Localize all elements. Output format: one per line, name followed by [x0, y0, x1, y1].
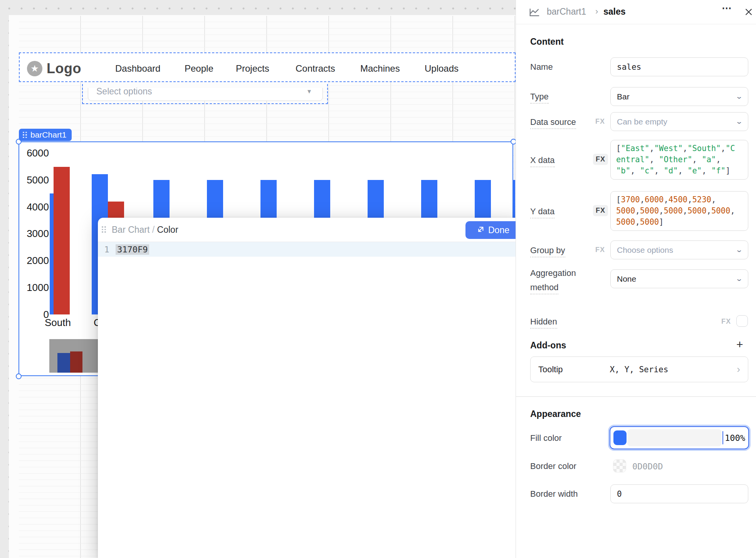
widget-name-tag[interactable]: barChart1	[19, 129, 72, 141]
border-width-input[interactable]: 0	[610, 484, 748, 503]
nav-item-uploads[interactable]: Uploads	[425, 63, 459, 74]
aggregation-label: Aggregation method	[530, 268, 576, 292]
nav-item-machines[interactable]: Machines	[360, 63, 400, 74]
border-color-swatch[interactable]	[613, 459, 626, 472]
nav-item-contracts[interactable]: Contracts	[296, 63, 335, 74]
breadcrumb-component[interactable]: barChart1	[547, 7, 586, 17]
breadcrumb-chevron: ›	[595, 7, 598, 17]
x-data-label: X data	[530, 155, 555, 165]
x-data-fx-toggle[interactable]: FX	[593, 154, 608, 165]
tooltip-label: Tooltip	[538, 365, 563, 375]
name-value: sales	[617, 62, 641, 72]
color-code-editor: Bar Chart / Color Done 1 3170F9	[98, 218, 523, 558]
y-data-label: Y data	[530, 207, 554, 217]
hidden-fx-toggle[interactable]: FX	[721, 318, 731, 326]
x-data-code-input[interactable]: ["East","West","South","C entral", "Othe…	[610, 140, 748, 180]
data-source-fx-toggle[interactable]: FX	[595, 118, 605, 126]
fill-color-opacity: 100%	[725, 433, 745, 443]
section-divider	[516, 396, 756, 397]
widget-name-label: barChart1	[30, 130, 66, 140]
add-addon-button[interactable]: +	[736, 338, 743, 351]
nav-item-projects[interactable]: Projects	[236, 63, 269, 74]
line-number: 1	[98, 245, 116, 254]
chevron-down-icon: ⌄	[735, 92, 743, 101]
group-by-fx-toggle[interactable]: FX	[595, 246, 605, 254]
inspector-header: barChart1 › sales ⋯	[516, 0, 756, 24]
x-data-line: entral", "Other", "a",	[616, 154, 743, 165]
code-value[interactable]: 3170F9	[116, 244, 149, 255]
type-value: Bar	[617, 92, 630, 101]
nav-header-container[interactable]: ★ Logo Dashboard People Projects Contrac…	[19, 52, 516, 82]
border-width-label: Border width	[530, 489, 578, 499]
data-source-placeholder: Can be empty	[617, 117, 667, 126]
editor-breadcrumb: Bar Chart	[112, 225, 150, 235]
y-data-line: 5000,5000,5000,5000,5000,	[616, 205, 743, 217]
logo-icon: ★	[27, 61, 42, 76]
chart-line-icon	[529, 7, 540, 18]
editor-breadcrumb-separator: /	[152, 225, 155, 235]
done-button[interactable]: Done	[465, 221, 520, 239]
y-data-line: [3700,6000,4500,5230,	[616, 194, 743, 205]
tooltip-addon-row[interactable]: Tooltip X, Y, Series ›	[530, 356, 748, 382]
fill-color-swatch[interactable]	[613, 430, 627, 445]
drag-handle-icon	[23, 132, 27, 138]
border-color-label: Border color	[530, 461, 576, 471]
nav-item-dashboard[interactable]: Dashboard	[115, 63, 160, 74]
content-section-heading: Content	[530, 37, 564, 47]
hidden-label: Hidden	[530, 317, 557, 327]
hidden-checkbox[interactable]	[736, 315, 748, 327]
collapse-arrow-icon	[476, 226, 484, 234]
nav-item-people[interactable]: People	[185, 63, 213, 74]
y-data-code-input[interactable]: [3700,6000,4500,5230, 5000,5000,5000,500…	[610, 191, 748, 231]
more-options-icon[interactable]: ⋯	[722, 2, 732, 14]
tooltip-value: X, Y, Series	[610, 365, 669, 374]
y-data-line: 5000,5000]	[616, 217, 743, 228]
appearance-heading: Appearance	[530, 409, 581, 419]
name-input[interactable]: sales	[610, 57, 748, 76]
logo-label: Logo	[47, 61, 81, 77]
border-color-value[interactable]: 0D0D0D	[632, 462, 663, 471]
app-builder-window: 6000500040003000200010000 SouthCentralOt…	[0, 0, 756, 558]
data-source-dropdown[interactable]: Can be empty ⌄	[610, 112, 748, 131]
x-data-line: ["East","West","South","C	[616, 143, 743, 154]
chevron-down-icon: ⌄	[735, 246, 743, 254]
editor-drag-handle-icon[interactable]	[102, 226, 106, 233]
name-label: Name	[530, 62, 553, 72]
fill-color-hex-field[interactable]	[627, 429, 722, 446]
breadcrumb-property: sales	[603, 7, 626, 17]
editor-active-line[interactable]: 1 3170F9	[98, 242, 523, 257]
fill-color-input[interactable]: 100%	[610, 426, 749, 449]
editor-header[interactable]: Bar Chart / Color Done	[98, 218, 523, 242]
border-width-value: 0	[617, 489, 622, 499]
data-source-label: Data source	[530, 117, 576, 127]
group-by-label: Group by	[530, 245, 565, 255]
inspector-panel: barChart1 › sales ⋯ Content Name sales T…	[516, 0, 756, 558]
addons-heading: Add-ons	[530, 340, 566, 351]
type-dropdown[interactable]: Bar ⌄	[610, 87, 748, 106]
done-button-label: Done	[488, 225, 509, 235]
type-label: Type	[530, 92, 549, 102]
chevron-down-icon: ⌄	[735, 118, 743, 126]
aggregation-value: None	[617, 274, 636, 284]
chevron-down-icon: ⌄	[735, 275, 743, 283]
y-data-fx-toggle[interactable]: FX	[593, 205, 608, 216]
chevron-right-icon: ›	[737, 363, 740, 375]
aggregation-dropdown[interactable]: None ⌄	[610, 269, 748, 288]
selection-handle-bottom-left[interactable]	[16, 373, 22, 379]
group-by-dropdown[interactable]: Choose options ⌄	[610, 240, 748, 259]
x-data-line: "b", "c", "d", "e", "f"]	[616, 165, 743, 176]
editor-title: Color	[157, 225, 178, 235]
close-icon[interactable]	[744, 7, 753, 17]
group-by-placeholder: Choose options	[617, 245, 673, 255]
multiselect-selection-outline	[82, 84, 328, 104]
text-cursor	[722, 431, 724, 444]
fill-color-label: Fill color	[530, 433, 562, 443]
